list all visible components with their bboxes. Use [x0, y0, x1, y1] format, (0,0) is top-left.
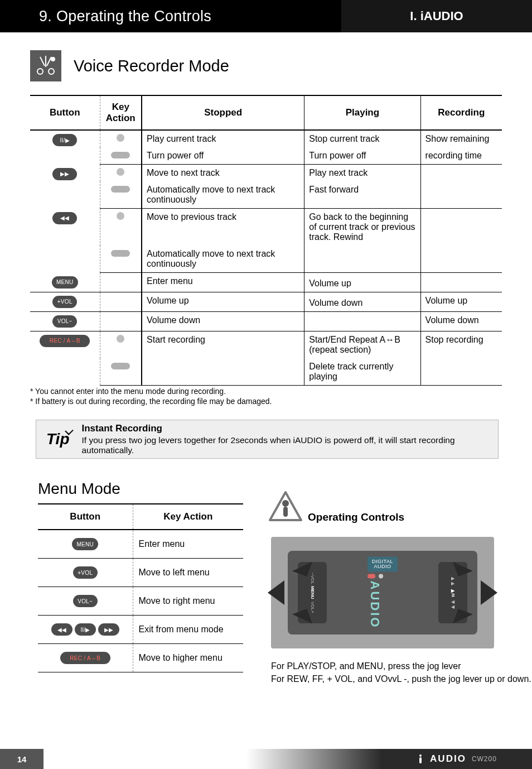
table-row: +VOL Volume up Volume down Volume up: [30, 292, 502, 311]
part-title-bar: I. iAUDIO: [341, 0, 532, 32]
arrow-down-right-icon: [453, 609, 473, 629]
device-illustration-panel: −VOL MENU VOL+ DIGITAL AUDIO AUDIO ▶▶ ▶/…: [271, 537, 494, 648]
footer-brand: AUDIO CW200: [381, 749, 532, 769]
arrow-left-icon: [268, 580, 284, 605]
cell: Move to higher menu: [133, 644, 243, 672]
label-play: ▶/II: [451, 588, 456, 597]
menu-icon: MENU: [52, 276, 78, 289]
table-row: ◀◀ Move to previous track Go back to the…: [30, 209, 502, 246]
table-row: Delete track currently playing: [30, 358, 502, 386]
label-volminus: −VOL: [310, 573, 315, 584]
label-volplus: VOL+: [310, 602, 315, 613]
cell: Volume up: [420, 292, 502, 311]
cell: Volume up: [142, 292, 304, 311]
label-menu: MENU: [310, 586, 315, 599]
voice-recorder-heading-row: Voice Recorder Mode: [30, 50, 229, 81]
cell: Enter menu: [133, 530, 243, 559]
menu-mode-table: Button Key Action MENU Enter menu +VOL M…: [38, 503, 243, 672]
cell: [420, 246, 502, 273]
tip-label: Tip: [46, 430, 69, 448]
svg-point-5: [51, 57, 55, 61]
left-jog: −VOL MENU VOL+: [298, 562, 327, 623]
table-row: II/▶ Play current track Stop current tra…: [30, 130, 502, 147]
table-row: +VOL Move to left menu: [38, 559, 243, 587]
label-ff: ▶▶: [451, 576, 456, 586]
key-press-icon: [117, 134, 124, 142]
cell: Show remaining: [420, 130, 502, 147]
cell: Enter menu: [142, 273, 304, 292]
chapter-title-bar: 9. Operating the Controls: [0, 0, 341, 32]
vr-col-playing: Playing: [304, 95, 420, 130]
cell: [142, 358, 304, 386]
audio-logo: AUDIO: [367, 581, 382, 629]
table-row: VOL− Move to right menu: [38, 587, 243, 616]
cell: Move to left menu: [133, 559, 243, 587]
arrow-up-right-icon: [453, 556, 473, 576]
cell: [420, 181, 502, 209]
tip-text: If you press two jog levers together for…: [81, 435, 488, 455]
svg-rect-8: [283, 507, 288, 517]
menu-icon: MENU: [72, 538, 98, 550]
play-group-icons: ◀◀ II/▶ ▶▶: [51, 623, 119, 636]
oc-line1: For PLAY/STOP, and MENU, press the jog l…: [271, 660, 531, 672]
cell: [420, 165, 502, 182]
key-press-icon: [117, 168, 124, 176]
cell: [420, 358, 502, 386]
cell: Automatically move to next track continu…: [142, 181, 304, 209]
key-hold-icon: [111, 250, 130, 257]
operating-controls-title: Operating Controls: [308, 511, 404, 523]
cell: Start recording: [142, 331, 304, 358]
key-hold-icon: [111, 186, 130, 193]
operating-controls-text: For PLAY/STOP, and MENU, press the jog l…: [271, 660, 531, 685]
play-pause-icon: II/▶: [52, 134, 77, 146]
brand-icon: [417, 754, 424, 764]
cell: Delete track currently playing: [304, 358, 420, 386]
cell: Stop current track: [304, 130, 420, 147]
play-pause-icon: II/▶: [75, 623, 96, 636]
cell: Start/End Repeat A↔B (repeat section): [304, 331, 420, 358]
cell: [304, 246, 420, 273]
key-press-icon: [117, 212, 124, 220]
led-icon: [367, 574, 375, 579]
mm-col-button: Button: [38, 504, 133, 530]
footer-strip: [43, 749, 381, 769]
vr-col-key: Key Action: [100, 95, 142, 130]
chapter-title: 9. Operating the Controls: [39, 8, 211, 25]
cell: [304, 311, 420, 331]
cell: Volume down: [304, 292, 420, 311]
page-number: 14: [0, 749, 43, 769]
cell: Volume up: [304, 273, 420, 292]
brand-text: AUDIO: [430, 753, 466, 765]
cell: recording time: [420, 147, 502, 165]
key-press-icon: [117, 335, 124, 343]
cell: Move to next track: [142, 165, 304, 182]
cell: Go back to the beginning of current trac…: [304, 209, 420, 246]
cell: Volume down: [420, 311, 502, 331]
svg-point-9: [419, 754, 422, 757]
table-row: ▶▶ Move to next track Play next track: [30, 165, 502, 182]
cell: Exit from menu mode: [133, 616, 243, 644]
tip-box: Tip Instant Recording If you press two j…: [36, 420, 499, 459]
cell: Volume down: [142, 311, 304, 331]
cell: Play current track: [142, 130, 304, 147]
menu-mode-heading: Menu Mode: [38, 480, 120, 498]
key-hold-icon: [111, 152, 130, 158]
oc-line2: For REW, FF, + VOL, and VOvvL -, push th…: [271, 672, 531, 685]
forward-icon: ▶▶: [98, 623, 119, 636]
label-rew: ◀◀: [451, 599, 456, 609]
svg-line-0: [40, 57, 45, 66]
device-center: DIGITAL AUDIO AUDIO: [367, 557, 398, 629]
device-illustration: −VOL MENU VOL+ DIGITAL AUDIO AUDIO ▶▶ ▶/…: [288, 551, 477, 635]
table-row: Automatically move to next track continu…: [30, 181, 502, 209]
svg-line-2: [47, 57, 51, 66]
svg-point-7: [282, 500, 289, 507]
alert-icon: [268, 490, 303, 526]
table-row: REC / A↔B Move to higher menu: [38, 644, 243, 672]
rewind-icon: ◀◀: [51, 623, 72, 636]
digital-audio-badge: DIGITAL AUDIO: [367, 557, 398, 572]
key-hold-icon: [111, 363, 130, 369]
forward-icon: ▶▶: [52, 168, 77, 180]
cell: [420, 273, 502, 292]
table-row: Turn power off Turn power off recording …: [30, 147, 502, 165]
part-title: I. iAUDIO: [410, 9, 463, 23]
